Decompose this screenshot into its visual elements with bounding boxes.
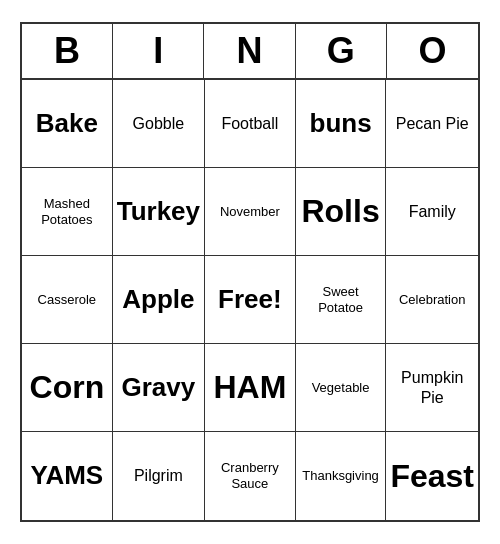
cell-text: Thanksgiving: [302, 468, 379, 484]
bingo-cell: Gobble: [113, 80, 205, 168]
header-letter: I: [113, 24, 204, 78]
bingo-cell: Football: [205, 80, 296, 168]
cell-text: Vegetable: [312, 380, 370, 396]
bingo-cell: Mashed Potatoes: [22, 168, 113, 256]
cell-text: Turkey: [117, 196, 200, 227]
bingo-cell: Apple: [113, 256, 205, 344]
cell-text: Football: [221, 114, 278, 133]
cell-text: Gravy: [121, 372, 195, 403]
header-letter: N: [204, 24, 295, 78]
cell-text: Family: [409, 202, 456, 221]
bingo-header: BINGO: [22, 24, 478, 80]
bingo-cell: Pilgrim: [113, 432, 205, 520]
bingo-cell: Turkey: [113, 168, 205, 256]
cell-text: Cranberry Sauce: [209, 460, 291, 491]
bingo-cell: buns: [296, 80, 387, 168]
header-letter: G: [296, 24, 387, 78]
cell-text: Pilgrim: [134, 466, 183, 485]
cell-text: YAMS: [30, 460, 103, 491]
bingo-cell: Gravy: [113, 344, 205, 432]
bingo-cell: Celebration: [386, 256, 478, 344]
cell-text: Apple: [122, 284, 194, 315]
bingo-cell: Casserole: [22, 256, 113, 344]
cell-text: Mashed Potatoes: [26, 196, 108, 227]
bingo-cell: Feast: [386, 432, 478, 520]
cell-text: buns: [310, 108, 372, 139]
cell-text: Celebration: [399, 292, 466, 308]
cell-text: Casserole: [38, 292, 97, 308]
header-letter: O: [387, 24, 478, 78]
bingo-card: BINGO BakeGobbleFootballbunsPecan PieMas…: [20, 22, 480, 522]
cell-text: Gobble: [133, 114, 185, 133]
cell-text: Sweet Potatoe: [300, 284, 382, 315]
cell-text: Pumpkin Pie: [390, 368, 474, 406]
bingo-cell: HAM: [205, 344, 296, 432]
bingo-cell: Sweet Potatoe: [296, 256, 387, 344]
cell-text: Bake: [36, 108, 98, 139]
bingo-cell: Pecan Pie: [386, 80, 478, 168]
cell-text: HAM: [213, 368, 286, 406]
bingo-cell: Thanksgiving: [296, 432, 387, 520]
bingo-cell: Family: [386, 168, 478, 256]
bingo-cell: Cranberry Sauce: [205, 432, 296, 520]
cell-text: Free!: [218, 284, 282, 315]
bingo-cell: YAMS: [22, 432, 113, 520]
bingo-cell: Free!: [205, 256, 296, 344]
bingo-grid: BakeGobbleFootballbunsPecan PieMashed Po…: [22, 80, 478, 520]
header-letter: B: [22, 24, 113, 78]
bingo-cell: November: [205, 168, 296, 256]
bingo-cell: Bake: [22, 80, 113, 168]
bingo-cell: Vegetable: [296, 344, 387, 432]
cell-text: Pecan Pie: [396, 114, 469, 133]
bingo-cell: Pumpkin Pie: [386, 344, 478, 432]
cell-text: Corn: [30, 368, 105, 406]
cell-text: November: [220, 204, 280, 220]
cell-text: Feast: [390, 457, 474, 495]
bingo-cell: Corn: [22, 344, 113, 432]
bingo-cell: Rolls: [296, 168, 387, 256]
cell-text: Rolls: [301, 192, 379, 230]
